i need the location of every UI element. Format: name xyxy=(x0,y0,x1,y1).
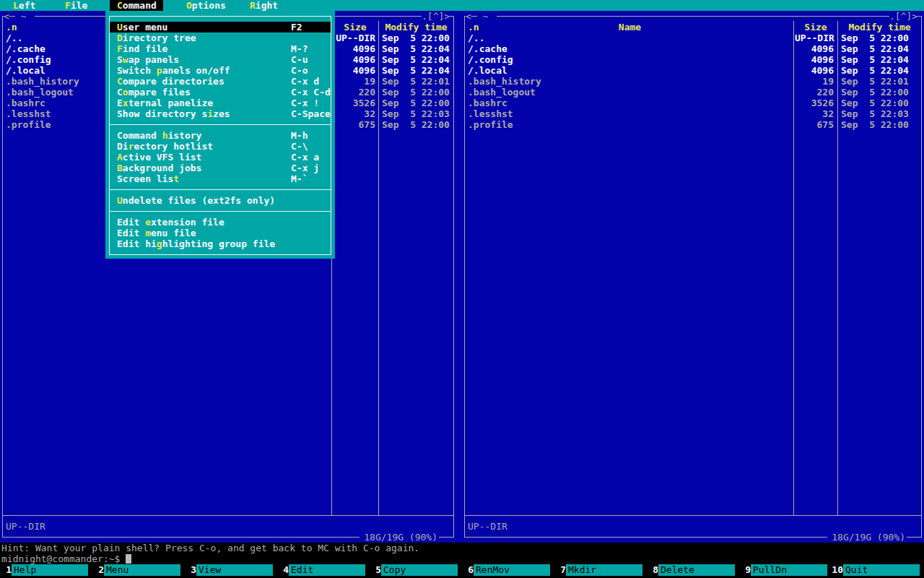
file-row-name[interactable]: .bash_history xyxy=(468,76,792,87)
file-name: .profile xyxy=(468,119,513,130)
fkey-button-renmov[interactable]: RenMov xyxy=(474,564,550,576)
fkey-button-view[interactable]: View xyxy=(196,564,273,576)
menu-item-command-history[interactable]: Command history xyxy=(117,130,201,141)
file-row-size: 4096 xyxy=(795,65,834,76)
history-back-arrow-icon[interactable]: <─ xyxy=(4,11,20,22)
up-directory-button[interactable]: [^] xyxy=(895,11,912,22)
fkey-button-pulldn[interactable]: PullDn xyxy=(751,564,827,576)
column-header-mtime[interactable]: Modify time xyxy=(838,22,921,33)
file-name: .lesshst xyxy=(468,108,513,119)
menu-item-find-file[interactable]: Find file xyxy=(117,43,167,54)
column-header-size[interactable]: Size xyxy=(794,22,837,33)
file-row-name[interactable]: .lesshst xyxy=(468,108,792,119)
file-row-mtime: Sep 5 22:00 xyxy=(841,33,909,43)
file-row-size: 19 xyxy=(795,76,834,87)
file-name: /.local xyxy=(468,65,507,76)
menu-item-edit-menu-file[interactable]: Edit menu file xyxy=(117,228,196,238)
file-mtime: Sep 5 22:00 xyxy=(382,33,450,43)
menu-item-screen-list[interactable]: Screen list xyxy=(117,173,179,184)
file-size: UP--DIR xyxy=(336,33,375,43)
menu-item-post: hlighting group file xyxy=(162,238,276,249)
file-row-mtime: Sep 5 22:04 xyxy=(841,65,909,76)
menu-item-external-panelize[interactable]: External panelize xyxy=(117,98,213,108)
file-size: 3526 xyxy=(811,98,834,108)
menu-item-hotkey: D xyxy=(117,33,123,43)
panel-ministatus-separator xyxy=(3,515,453,516)
fkey-number: 3 xyxy=(185,564,196,576)
shell-prompt-line[interactable]: midnight@commander:~$ xyxy=(1,553,131,564)
menu-shortcut-text: C-x d xyxy=(291,76,319,87)
fkey-button-edit[interactable]: Edit xyxy=(289,564,365,576)
fkey-button-quit[interactable]: Quit xyxy=(843,564,920,576)
file-mtime: Sep 5 22:04 xyxy=(382,65,450,76)
file-row-name[interactable]: /.local xyxy=(468,65,792,76)
file-mtime: Sep 5 22:03 xyxy=(382,108,450,119)
file-mtime: Sep 5 22:00 xyxy=(382,98,450,108)
file-row-name[interactable]: .bashrc xyxy=(468,98,792,108)
file-row-mtime: Sep 5 22:00 xyxy=(841,87,909,98)
menubar-item-command[interactable]: Command xyxy=(117,0,157,11)
column-header-name[interactable]: Name xyxy=(468,22,792,33)
midnight-commander-screen: LeftFileCommandOptionsRight <─ ~ .[^]>.n… xyxy=(0,0,924,578)
fkey-button-delete[interactable]: Delete xyxy=(658,564,735,576)
file-row-name[interactable]: /.. xyxy=(468,33,792,43)
menubar-item-options[interactable]: Options xyxy=(186,0,226,11)
menu-item-hotkey: w xyxy=(123,54,128,65)
menu-item-swap-panels[interactable]: Swap panels xyxy=(117,54,179,65)
fkey-button-copy[interactable]: Copy xyxy=(381,564,458,576)
menu-item-background-jobs[interactable]: Background jobs xyxy=(117,163,201,173)
file-size: 19 xyxy=(364,76,375,87)
fkey-label: View xyxy=(199,564,221,575)
fkey-number: 6 xyxy=(462,564,474,576)
menu-item-compare-directories[interactable]: Compare directories xyxy=(117,76,225,87)
file-row-mtime: Sep 5 22:00 xyxy=(382,119,450,130)
file-row-name[interactable]: .profile xyxy=(468,119,792,130)
file-row-mtime: Sep 5 22:04 xyxy=(382,54,450,65)
menu-item-undelete-files-ext2fs-only[interactable]: Undelete files (ext2fs only) xyxy=(117,195,275,206)
history-forward-arrow-icon[interactable]: > xyxy=(444,11,450,22)
fkey-number: 4 xyxy=(277,564,289,576)
menu-item-pre: Show directory s xyxy=(117,108,207,119)
menu-item-directory-hotlist[interactable]: Directory hotlist xyxy=(117,141,213,152)
file-row-name[interactable]: /.config xyxy=(468,54,792,65)
up-directory-button[interactable]: [^] xyxy=(427,11,444,22)
menu-item-pre: S xyxy=(117,54,123,65)
panel-corner-controls: .[^]> xyxy=(889,11,918,22)
fkey-button-help[interactable]: Help xyxy=(12,564,88,576)
menu-item-shortcut: C-Space xyxy=(291,108,331,119)
column-header-size-label: Size xyxy=(344,22,366,33)
menu-item-post: zes xyxy=(213,108,230,119)
menubar-item-file[interactable]: File xyxy=(65,0,87,11)
fkey-button-mkdir[interactable]: Mkdir xyxy=(566,564,642,576)
menu-item-edit-highlighting-group-file[interactable]: Edit highlighting group file xyxy=(117,238,275,249)
menu-item-show-directory-sizes[interactable]: Show directory sizes xyxy=(117,108,230,119)
menu-item-user-menu[interactable]: User menu xyxy=(117,22,167,33)
column-header-size[interactable]: Size xyxy=(332,22,378,33)
column-header-mtime[interactable]: Modify time xyxy=(379,22,453,33)
menu-item-compare-files[interactable]: Compare files xyxy=(117,87,191,98)
menubar-item-right[interactable]: Right xyxy=(250,0,278,11)
file-row-name[interactable]: /.cache xyxy=(468,43,792,54)
file-row-name[interactable]: .bash_logout xyxy=(468,87,792,98)
file-row-mtime: Sep 5 22:03 xyxy=(382,108,450,119)
menu-shortcut-text: C-x j xyxy=(291,163,319,173)
menubar-item-left[interactable]: Left xyxy=(13,0,35,11)
file-name: /.cache xyxy=(468,43,507,54)
file-row-size: 4096 xyxy=(333,65,375,76)
file-mtime: Sep 5 22:03 xyxy=(841,108,909,119)
file-name: /.. xyxy=(6,33,22,43)
history-back-arrow-icon[interactable]: <─ xyxy=(466,11,482,22)
menubar-item-post: eft xyxy=(19,0,35,11)
menu-item-directory-tree[interactable]: Directory tree xyxy=(117,33,196,43)
menu-item-post: mpare files xyxy=(128,87,191,98)
column-separator-name-size xyxy=(793,21,794,515)
menu-item-active-vfs-list[interactable]: Active VFS list xyxy=(117,152,201,163)
file-row-mtime: Sep 5 22:00 xyxy=(382,87,450,98)
fkey-button-menu[interactable]: Menu xyxy=(104,564,180,576)
menu-item-edit-extension-file[interactable]: Edit extension file xyxy=(117,217,225,228)
history-forward-arrow-icon[interactable]: > xyxy=(912,11,918,22)
fkey-number-text: 9 xyxy=(745,564,751,575)
menu-item-hotkey: F xyxy=(117,43,123,54)
menu-item-switch-panels-on-off[interactable]: Switch panels on/off xyxy=(117,65,230,76)
fkey-label: Quit xyxy=(845,564,868,575)
